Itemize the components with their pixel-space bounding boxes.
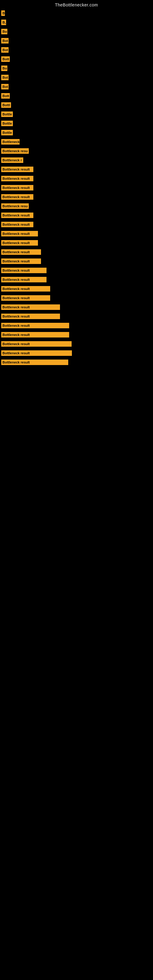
bar-label: Bottleneck result xyxy=(1,277,46,282)
bar-label: Bottleneck result xyxy=(1,231,38,236)
bar-label: B, xyxy=(1,20,6,25)
bar-row: Bottle xyxy=(0,110,153,119)
bar-row: Bo xyxy=(0,64,153,73)
bar-label: Bott xyxy=(1,93,10,99)
bar-label: Bottleneck result xyxy=(1,332,69,337)
bar-row: Bottleneck result xyxy=(0,275,153,284)
bar-label: Bottleneck result xyxy=(1,295,50,301)
bar-label: Bottleneck result xyxy=(1,240,38,246)
bar-label: Bottleneck result xyxy=(1,268,46,273)
bar-row: Bottleneck result xyxy=(0,358,153,367)
bar-row: Bottleneck result xyxy=(0,302,153,312)
bar-row: Bottleneck result xyxy=(0,174,153,183)
bar-row: Bottle xyxy=(0,119,153,128)
bar-label: Bottleneck r xyxy=(1,158,23,163)
bar-label: Bottleneck result xyxy=(1,176,33,181)
bar-row: Bot xyxy=(0,36,153,45)
bar-row: Bot xyxy=(0,82,153,91)
bar-row: Bo xyxy=(0,27,153,36)
bar-label: Bottleneck result xyxy=(1,249,41,255)
bar-label: Bottle xyxy=(1,121,13,126)
bar-row: Bottleneck xyxy=(0,137,153,146)
bar-label: Bottleneck result xyxy=(1,258,41,264)
bar-label: Bo xyxy=(1,29,7,34)
bar-label: Bottleneck resu xyxy=(1,204,29,209)
bar-row: Bottleneck resu xyxy=(0,146,153,156)
bar-row: Bottleneck result xyxy=(0,238,153,247)
bar-row: Bottleneck result xyxy=(0,266,153,275)
bar-row: Bottleneck result xyxy=(0,192,153,202)
bar-label: Bottleneck resu xyxy=(1,148,29,154)
bar-row: Bottl xyxy=(0,100,153,110)
bar-label: Bottl xyxy=(1,102,11,108)
bar-label: Bottleneck result xyxy=(1,194,33,200)
bar-label: Bottle xyxy=(1,130,13,135)
bar-label: Bottleneck result xyxy=(1,360,68,365)
bar-label: Bot xyxy=(1,47,9,52)
bar-row: Bottleneck resu xyxy=(0,202,153,211)
bar-label: Bott xyxy=(1,56,10,62)
bar-label: B xyxy=(1,10,5,16)
bar-row: Bottleneck result xyxy=(0,339,153,348)
bar-label: Bottleneck result xyxy=(1,313,60,319)
bar-row: Bottleneck result xyxy=(0,284,153,293)
bar-label: Bottleneck result xyxy=(1,213,33,218)
bar-label: Bo xyxy=(1,65,7,71)
bar-label: Bottleneck result xyxy=(1,323,69,328)
bar-label: Bottleneck result xyxy=(1,185,33,191)
bar-label: Bottle xyxy=(1,111,13,117)
bar-row: B, xyxy=(0,18,153,27)
bar-label: Bot xyxy=(1,38,9,43)
bar-label: Bot xyxy=(1,84,9,89)
bar-label: Bottleneck xyxy=(1,139,19,145)
bar-row: Bottleneck result xyxy=(0,293,153,302)
bar-label: Bottleneck result xyxy=(1,222,33,227)
bar-row: Bottleneck result xyxy=(0,229,153,238)
bar-row: Bottleneck result xyxy=(0,348,153,358)
site-title: TheBottlenecker.com xyxy=(0,0,153,9)
bar-row: Bottleneck result xyxy=(0,183,153,192)
bar-label: Bottleneck result xyxy=(1,286,50,291)
bar-row: Bottleneck result xyxy=(0,257,153,266)
bar-label: Bottleneck result xyxy=(1,304,60,310)
bar-row: Bot xyxy=(0,45,153,54)
bar-row: Bottleneck result xyxy=(0,165,153,174)
bar-label: Bottleneck result xyxy=(1,341,72,347)
bar-row: Bottleneck result xyxy=(0,312,153,321)
bar-row: Bott xyxy=(0,91,153,100)
bar-label: Bot xyxy=(1,75,9,80)
bar-row: B xyxy=(0,9,153,18)
bar-row: Bottleneck result xyxy=(0,220,153,229)
bar-row: Bot xyxy=(0,73,153,82)
bar-row: Bottleneck result xyxy=(0,211,153,220)
bar-row: Bottle xyxy=(0,128,153,137)
bar-label: Bottleneck result xyxy=(1,350,72,356)
bar-row: Bottleneck r xyxy=(0,156,153,165)
bar-row: Bottleneck result xyxy=(0,247,153,257)
bar-row: Bott xyxy=(0,54,153,64)
bar-row: Bottleneck result xyxy=(0,330,153,339)
bar-label: Bottleneck result xyxy=(1,167,33,172)
bar-row: Bottleneck result xyxy=(0,321,153,330)
